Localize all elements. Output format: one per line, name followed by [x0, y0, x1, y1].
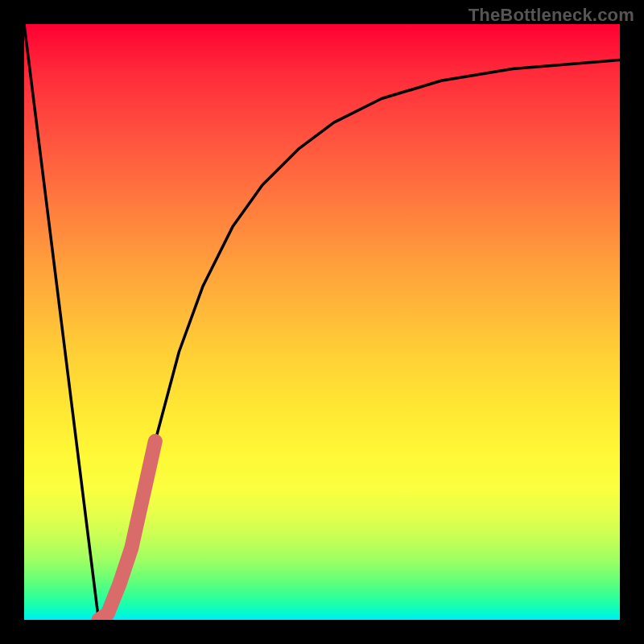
chart-svg [24, 24, 620, 620]
highlight-segment [99, 441, 155, 620]
bottleneck-curve [24, 24, 620, 620]
plot-area [24, 24, 620, 620]
attribution-text: TheBottleneck.com [469, 5, 634, 26]
chart-frame: TheBottleneck.com [0, 0, 644, 644]
